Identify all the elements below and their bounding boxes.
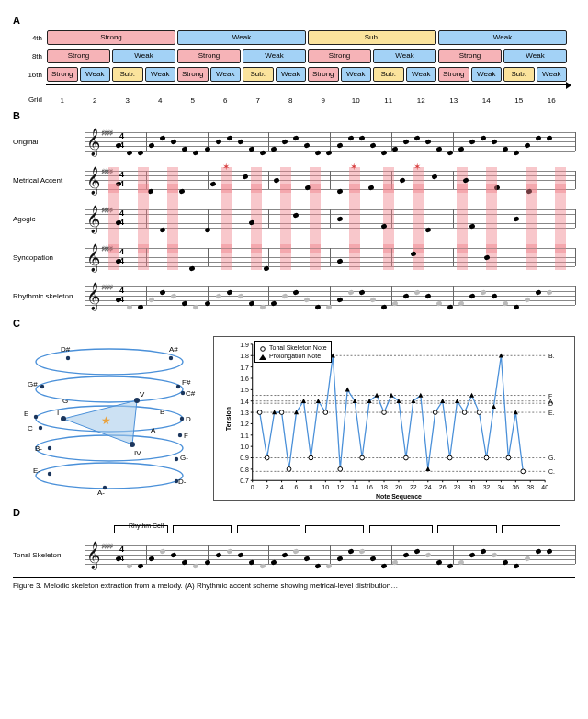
svg-text:1.6: 1.6: [240, 376, 249, 382]
svg-text:F: F: [548, 393, 552, 399]
beat-cell: Weak: [80, 67, 111, 82]
svg-point-18: [181, 391, 185, 395]
grid-tick: 5: [176, 96, 209, 105]
svg-text:12: 12: [336, 484, 344, 490]
svg-point-3: [36, 435, 183, 461]
beat-grid: 4th StrongWeakSub.Weak 8th StrongWeakStr…: [13, 29, 575, 105]
svg-point-21: [48, 446, 51, 450]
legend-text: Prolongation Note: [269, 352, 321, 360]
svg-text:10: 10: [322, 484, 329, 490]
svg-point-131: [404, 455, 409, 460]
staff-row: Original𝄞♯♯♯♯44: [13, 125, 575, 158]
beat-cell: Weak: [503, 49, 567, 63]
staff-row: Syncopation𝄞♯♯♯♯44: [13, 241, 575, 274]
note: [513, 563, 519, 569]
row-label-16th: 16th: [13, 71, 42, 79]
grid-tick: 6: [209, 96, 243, 105]
treble-clef-icon: 𝄞: [86, 163, 100, 197]
svg-text:40: 40: [541, 484, 548, 490]
staff-row: Agogic𝄞♯♯♯♯44: [13, 202, 575, 235]
svg-text:16: 16: [366, 484, 373, 490]
sp-lbl: D#: [61, 345, 70, 354]
highlight: [555, 244, 566, 270]
beat-cell: Weak: [276, 67, 307, 82]
panel-b-label: B: [13, 110, 575, 121]
staff: 𝄞♯♯♯♯44: [85, 125, 575, 158]
svg-text:38: 38: [526, 484, 534, 490]
beat-cell: Strong: [438, 67, 469, 82]
svg-text:1.3: 1.3: [240, 410, 249, 416]
svg-text:24: 24: [424, 484, 432, 490]
beat-cell: Strong: [47, 67, 78, 82]
panel-c-label: C: [13, 318, 575, 329]
highlight: [526, 244, 537, 270]
beat-cell: Weak: [341, 67, 372, 82]
note: [325, 150, 332, 156]
note: [259, 150, 266, 156]
treble-clef-icon: 𝄞: [86, 279, 100, 312]
svg-marker-138: [455, 399, 459, 403]
bracket-row: Rhythm Cell: [85, 525, 575, 538]
svg-text:32: 32: [483, 484, 491, 490]
star-icon: ✶: [413, 162, 421, 172]
note: [259, 304, 266, 310]
svg-point-14: [169, 356, 173, 360]
note: [447, 563, 453, 569]
sp-lbl: E: [24, 410, 28, 418]
beat-cell: Weak: [210, 67, 242, 82]
svg-text:4: 4: [280, 484, 284, 490]
beat-cell: Weak: [471, 67, 503, 82]
svg-point-112: [265, 455, 269, 460]
svg-text:C.: C.: [548, 468, 555, 475]
svg-marker-129: [389, 393, 393, 398]
grid-tick: 9: [307, 96, 340, 105]
figure-caption: Figure 3. Melodic skeleton extraction fr…: [13, 577, 575, 590]
highlight: [138, 244, 149, 270]
sp-lbl: A#: [169, 345, 178, 354]
beat-cell: Strong: [177, 49, 241, 63]
sp-lbl: D-: [178, 477, 186, 486]
beat-cell: Weak: [145, 67, 176, 82]
triangle-icon: [259, 354, 266, 359]
svg-text:0.9: 0.9: [240, 455, 249, 461]
panel-d: Rhythm Cell Tonal Skeleton𝄞♯♯♯♯44: [13, 525, 575, 571]
sp-lbl: C: [28, 424, 33, 433]
beat-cell: Weak: [243, 49, 306, 63]
svg-text:34: 34: [498, 484, 505, 490]
panel-d-label: D: [13, 507, 575, 518]
highlight: [383, 244, 394, 270]
grid-tick: 13: [437, 96, 470, 105]
key-signature: ♯♯♯♯: [101, 129, 112, 138]
highlight: [413, 244, 424, 270]
note: [314, 304, 321, 310]
circle-icon: [259, 345, 266, 351]
treble-clef-icon: 𝄞: [86, 125, 100, 158]
svg-point-15: [40, 385, 44, 388]
rhythm-cell-bracket: [173, 525, 232, 533]
svg-point-17: [34, 415, 38, 419]
beat-cell: Sub.: [243, 67, 274, 82]
sp-lbl: E-: [33, 466, 40, 475]
svg-text:6: 6: [295, 484, 299, 490]
treble-clef-icon: 𝄞: [86, 538, 100, 571]
svg-text:0.7: 0.7: [240, 477, 249, 484]
svg-point-111: [257, 410, 262, 415]
grid-tick: 2: [79, 96, 112, 105]
chart-legend: Tonal Skeleton Note Prolongation Note: [254, 341, 332, 363]
sp-lbl: D: [186, 415, 191, 423]
beat-cell: Weak: [112, 49, 175, 63]
note: [314, 563, 321, 569]
staff-label: Agogic: [13, 215, 85, 223]
rhythm-cell-bracket: [305, 525, 364, 533]
staff-label: Tonal Skeleton: [13, 551, 85, 559]
svg-text:20: 20: [395, 484, 402, 490]
beat-cell: Weak: [373, 49, 436, 63]
beat-row-16th: 16th StrongWeakSub.WeakStrongWeakSub.Wea…: [46, 66, 568, 83]
svg-point-20: [180, 417, 184, 421]
svg-point-120: [323, 410, 328, 415]
grid-ticks: 12345678910111213141516: [46, 96, 568, 105]
grid-tick: 4: [144, 96, 177, 105]
svg-point-9: [130, 442, 135, 447]
treble-clef-icon: 𝄞: [86, 241, 100, 274]
beat-cell: Weak: [177, 30, 306, 45]
